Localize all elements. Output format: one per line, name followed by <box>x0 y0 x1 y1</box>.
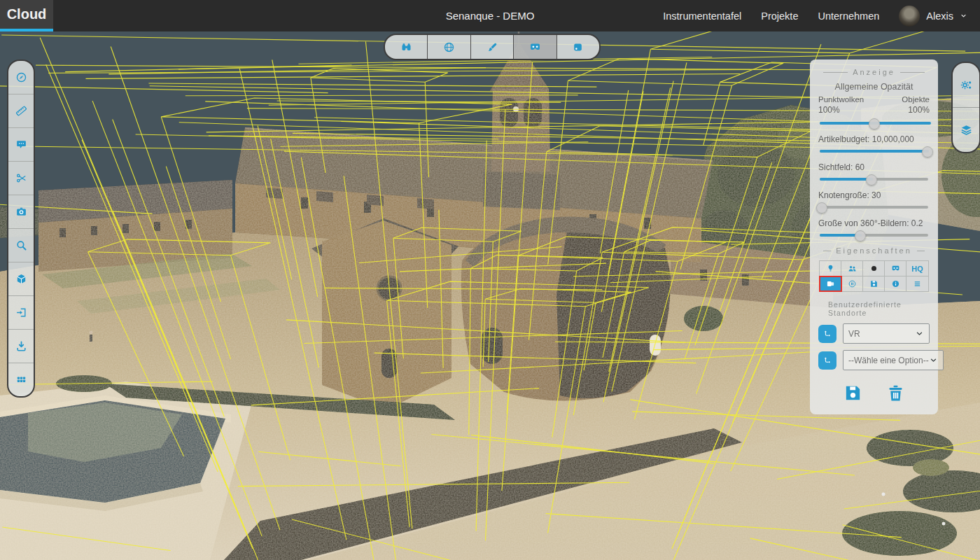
point-budget-slider[interactable] <box>818 146 930 157</box>
prop-save-view[interactable] <box>863 276 885 291</box>
prop-hq[interactable]: HQ <box>906 261 928 276</box>
tool-compass[interactable] <box>8 61 34 94</box>
pointcloud-label: Punktwolken <box>818 95 864 104</box>
tool-settings-share[interactable] <box>953 63 979 108</box>
display-panel: Anzeige Allgemeine Opazität Punktwolken … <box>810 59 938 414</box>
location-select-1[interactable]: VR <box>843 323 930 344</box>
objects-label: Objekte <box>902 95 930 104</box>
info-icon <box>891 279 900 288</box>
camera-icon <box>15 206 27 218</box>
nav-projects[interactable]: Projekte <box>761 10 798 22</box>
tool-card[interactable] <box>557 35 599 59</box>
sign-in-icon <box>15 307 27 318</box>
globe-icon <box>443 41 455 53</box>
fov-slider[interactable] <box>818 174 930 185</box>
chevron-down-icon <box>929 356 938 365</box>
tool-cube[interactable] <box>8 262 34 296</box>
user-menu[interactable]: Alexis <box>899 6 967 27</box>
tool-sign-in[interactable] <box>8 296 34 330</box>
panel-title: Anzeige <box>818 68 930 76</box>
lightbulb-icon <box>826 264 835 273</box>
save-location-button[interactable] <box>843 383 863 403</box>
floppy-icon <box>869 279 878 288</box>
properties-title: Eigenschaften <box>818 246 930 255</box>
point-budget-label: Artikelbudget: 10,000,000 <box>818 134 930 144</box>
floppy-icon <box>843 383 863 403</box>
select-value: VR <box>848 329 915 339</box>
viewer-toolbar <box>384 34 601 60</box>
download-icon <box>15 340 27 352</box>
tool-binoculars[interactable] <box>385 35 428 59</box>
layers-icon <box>960 123 973 136</box>
location-actions <box>818 383 930 403</box>
opacity-title: Allgemeine Opazität <box>818 82 930 92</box>
avatar <box>899 6 920 27</box>
pointcloud-value: 100% <box>818 105 840 115</box>
image360-size-label: Große von 360°-Bildern: 0.2 <box>818 218 930 228</box>
preset-route-icon <box>822 328 832 339</box>
tool-comment[interactable] <box>8 128 34 162</box>
select-value: --Wähle eine Option-- <box>848 356 929 365</box>
tool-camera[interactable] <box>8 195 34 229</box>
nav-company[interactable]: Unternehmen <box>818 10 879 22</box>
apps-grid-icon <box>15 374 27 386</box>
tool-scissors[interactable] <box>8 162 34 195</box>
slider-thumb[interactable] <box>869 118 880 130</box>
pause-circle-icon <box>848 279 857 288</box>
preset-route-icon <box>822 355 832 365</box>
prop-list[interactable] <box>906 276 928 291</box>
objects-value: 100% <box>908 105 930 115</box>
users-icon <box>848 264 857 273</box>
preset-button-1[interactable] <box>818 325 836 343</box>
card-icon <box>572 41 584 53</box>
delete-location-button[interactable] <box>886 383 906 403</box>
chevron-down-icon <box>960 12 967 20</box>
prop-users[interactable] <box>841 261 863 276</box>
images-360-icon <box>826 279 835 288</box>
tool-globe[interactable] <box>428 35 470 59</box>
cube-icon <box>15 273 27 285</box>
topbar: Cloud Senanque - DEMO Instrumententafel … <box>0 0 980 31</box>
prop-lightbulb[interactable] <box>820 261 841 276</box>
trash-icon <box>886 383 906 403</box>
slider-thumb[interactable] <box>922 146 933 158</box>
vr-headset-icon <box>529 41 541 53</box>
vr-headset-icon <box>891 264 900 273</box>
point-icon <box>869 264 878 273</box>
locations-title: Benutzerdefinierte Standorte <box>818 300 930 317</box>
left-toolbar <box>7 59 35 398</box>
tool-vr[interactable] <box>514 35 556 59</box>
preset-button-2[interactable] <box>818 351 836 370</box>
properties-grid: HQ <box>819 260 929 292</box>
fov-label: Sichtfeld: 60 <box>818 162 930 172</box>
ruler-icon <box>15 105 27 117</box>
location-select-2[interactable]: --Wähle eine Option-- <box>843 350 944 370</box>
prop-point[interactable] <box>863 261 885 276</box>
prop-vr[interactable] <box>885 261 906 276</box>
settings-share-icon <box>960 78 973 92</box>
binoculars-icon <box>400 41 412 53</box>
brush-icon <box>486 41 498 53</box>
compass-icon <box>15 71 27 83</box>
opacity-slider[interactable] <box>818 118 930 129</box>
prop-images-360[interactable] <box>820 276 841 291</box>
nav-dashboard[interactable]: Instrumententafel <box>663 10 741 22</box>
slider-thumb[interactable] <box>866 174 877 186</box>
tool-apps[interactable] <box>8 363 34 396</box>
chevron-down-icon <box>915 329 924 338</box>
node-size-label: Knotengroße: 30 <box>818 190 930 200</box>
image360-size-slider[interactable] <box>818 230 930 241</box>
menu-lines-icon <box>913 279 922 288</box>
main-nav: Instrumententafel Projekte Unternehmen A… <box>663 6 980 27</box>
prop-motion[interactable] <box>841 276 863 291</box>
slider-thumb[interactable] <box>816 202 827 214</box>
slider-thumb[interactable] <box>855 230 866 241</box>
prop-info[interactable] <box>885 276 906 291</box>
tool-download[interactable] <box>8 330 34 363</box>
tool-search[interactable] <box>8 229 34 262</box>
node-size-slider[interactable] <box>818 202 930 213</box>
tool-ruler[interactable] <box>8 94 34 128</box>
tool-layers[interactable] <box>953 108 979 152</box>
brand-logo[interactable]: Cloud <box>0 0 53 31</box>
tool-brush[interactable] <box>471 35 514 59</box>
